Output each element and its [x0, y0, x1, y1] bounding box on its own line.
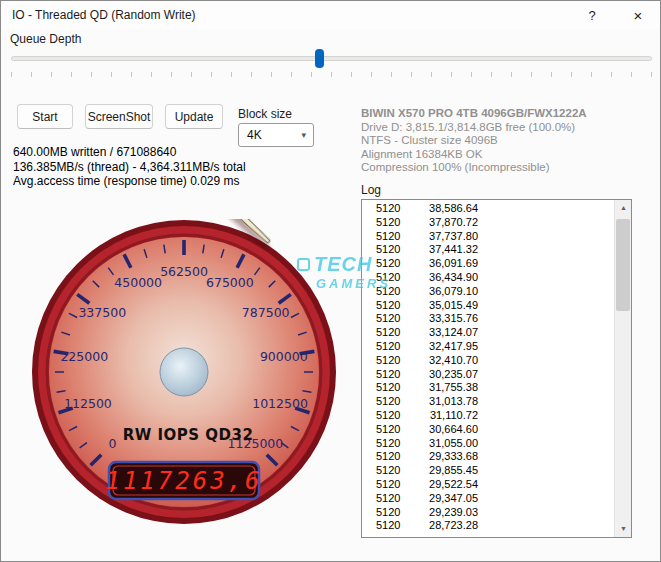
slider-ticks — [11, 72, 652, 77]
gauge-scale-label: 0 — [109, 436, 117, 451]
block-size-value: 4K — [247, 128, 262, 142]
gauge-hub — [160, 348, 208, 396]
log-row[interactable]: 512033,124.07 — [362, 326, 614, 340]
log-row[interactable]: 512030,235.07 — [362, 368, 614, 382]
log-row[interactable]: 512029,522.54 — [362, 478, 614, 492]
log-row[interactable]: 512029,855.45 — [362, 464, 614, 478]
gauge-svg: 0112500225000337500450000562500675000787… — [31, 219, 337, 525]
log-list[interactable]: 512038,586.64512037,870.72512037,737.805… — [361, 199, 632, 538]
slider-track[interactable] — [11, 56, 652, 61]
gauge-scale-label: 675000 — [206, 275, 254, 290]
drive-info-line: Alignment 16384KB OK — [361, 148, 587, 162]
log-row[interactable]: 512031,110.72 — [362, 409, 614, 423]
log-row[interactable]: 512031,013.78 — [362, 395, 614, 409]
digital-readout: 1117263,6 — [105, 467, 262, 495]
start-button[interactable]: Start — [17, 104, 73, 129]
gauge-scale-label: 1012500 — [252, 396, 308, 411]
drive-model: BIWIN X570 PRO 4TB 4096GB/FWX1222A — [361, 107, 587, 121]
queue-depth-label: Queue Depth — [10, 32, 81, 46]
log-row[interactable]: 512037,441.32 — [362, 243, 614, 257]
help-button[interactable]: ? — [576, 3, 608, 27]
drive-info: BIWIN X570 PRO 4TB 4096GB/FWX1222A Drive… — [361, 107, 587, 175]
log-row[interactable]: 512029,333.68 — [362, 450, 614, 464]
log-row[interactable]: 512036,091.69 — [362, 257, 614, 271]
queue-depth-slider[interactable] — [11, 49, 652, 79]
gauge-scale-label: 787500 — [242, 305, 290, 320]
gauge-scale-label: 900000 — [260, 349, 308, 364]
gauge-scale-label: 562500 — [160, 264, 208, 279]
log-row[interactable]: 512031,055.00 — [362, 437, 614, 451]
log-row[interactable]: 512036,434.90 — [362, 271, 614, 285]
log-label: Log — [361, 183, 381, 197]
drive-info-lines: Drive D: 3,815.1/3,814.8GB free (100.0%)… — [361, 121, 587, 175]
drive-info-line: NTFS - Cluster size 4096B — [361, 134, 587, 148]
log-row[interactable]: 512032,410.70 — [362, 354, 614, 368]
block-size-select[interactable]: 4K ▾ — [238, 123, 314, 147]
log-row[interactable]: 512031,755.38 — [362, 381, 614, 395]
gauge-scale-label: 112500 — [64, 396, 112, 411]
access-time-stat: Avg.access time (response time) 0.029 ms — [13, 174, 246, 189]
log-list-rows: 512038,586.64512037,870.72512037,737.805… — [362, 202, 614, 533]
update-button[interactable]: Update — [165, 104, 223, 129]
scroll-down-icon[interactable]: ▼ — [615, 521, 632, 537]
run-stats: 640.00MB written / 671088640 136.385MB/s… — [13, 145, 246, 189]
gauge-title: RW IOPS QD32 — [123, 426, 254, 444]
titlebar[interactable]: IO - Threaded QD (Random Write) ? × — [1, 1, 660, 29]
iops-gauge: 0112500225000337500450000562500675000787… — [31, 219, 337, 525]
scrollbar-thumb[interactable] — [616, 219, 630, 311]
block-size-label: Block size — [238, 107, 292, 121]
chevron-down-icon: ▾ — [301, 124, 306, 146]
log-row[interactable]: 512038,586.64 — [362, 202, 614, 216]
written-stat: 640.00MB written / 671088640 — [13, 145, 246, 160]
log-row[interactable]: 512029,347.05 — [362, 492, 614, 506]
log-scrollbar[interactable]: ▲ ▼ — [614, 200, 631, 537]
log-row[interactable]: 512030,664.60 — [362, 423, 614, 437]
gauge-scale-label: 225000 — [60, 349, 108, 364]
throughput-stat: 136.385MB/s (thread) - 4,364.311MB/s tot… — [13, 160, 246, 175]
log-row[interactable]: 512028,723.28 — [362, 519, 614, 533]
log-row[interactable]: 512037,870.72 — [362, 216, 614, 230]
queue-depth-thumb[interactable] — [315, 49, 324, 68]
gauge-scale-label: 450000 — [114, 275, 162, 290]
log-row[interactable]: 512035,015.49 — [362, 299, 614, 313]
gauge-scale-label: 337500 — [78, 305, 126, 320]
log-row[interactable]: 512032,417.95 — [362, 340, 614, 354]
drive-info-line: Drive D: 3,815.1/3,814.8GB free (100.0%) — [361, 121, 587, 135]
log-row[interactable]: 512029,239.03 — [362, 506, 614, 520]
window-title: IO - Threaded QD (Random Write) — [12, 8, 196, 22]
app-window: IO - Threaded QD (Random Write) ? × Queu… — [0, 0, 661, 562]
log-row[interactable]: 512036,079.10 — [362, 285, 614, 299]
scroll-up-icon[interactable]: ▲ — [615, 200, 632, 216]
screenshot-button[interactable]: ScreenShot — [85, 104, 153, 129]
close-button[interactable]: × — [622, 3, 654, 27]
log-row[interactable]: 512037,737.80 — [362, 230, 614, 244]
log-row[interactable]: 512033,315.76 — [362, 312, 614, 326]
drive-info-line: Compression 100% (Incompressible) — [361, 161, 587, 175]
